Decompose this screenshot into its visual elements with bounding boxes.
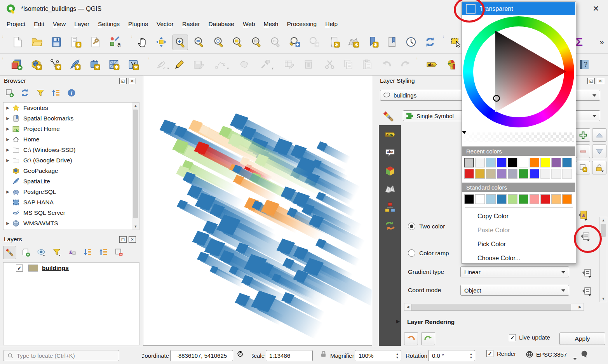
zoom-out-icon[interactable]: [192, 35, 206, 49]
cut-features-icon[interactable]: [322, 57, 337, 72]
menu-web[interactable]: Web: [239, 19, 260, 29]
diagram-toolbar-icon[interactable]: [445, 57, 460, 72]
two-color-radio[interactable]: Two color: [408, 223, 445, 230]
mouse-extent-icon[interactable]: [236, 350, 244, 359]
menu-view[interactable]: View: [49, 19, 70, 29]
coord-mode-combo[interactable]: Object: [460, 285, 569, 296]
filter-browser-icon[interactable]: [34, 87, 47, 99]
zoom-in-icon[interactable]: [172, 35, 188, 50]
save-edits-icon[interactable]: [191, 57, 206, 72]
gradient-type-combo[interactable]: Linear: [460, 266, 569, 277]
browser-item-geopackage[interactable]: GeoPackage: [3, 165, 139, 176]
open-styling-panel-icon[interactable]: [3, 246, 16, 259]
color-swatch[interactable]: [551, 158, 561, 167]
undo-icon[interactable]: [379, 57, 394, 72]
zoom-to-selection-icon[interactable]: [230, 35, 245, 49]
color-swatch[interactable]: [486, 169, 496, 179]
data-defined-override-icon[interactable]: [580, 285, 594, 297]
color-swatch[interactable]: [475, 169, 485, 179]
tab-diagrams[interactable]: [379, 198, 401, 216]
browser-item-c-windows-ssd-[interactable]: ▶C:\ (Windows-SSD): [3, 145, 139, 155]
locate-search-input[interactable]: Type to locate (Ctrl+K): [3, 350, 119, 361]
menu-item-copy-color[interactable]: Copy Color: [462, 209, 576, 223]
menu-settings[interactable]: Settings: [94, 19, 124, 29]
data-defined-override-icon[interactable]: [580, 267, 594, 279]
coordinate-input[interactable]: -8836107, 5410625: [170, 350, 233, 361]
browser-item-sap-hana[interactable]: SAP HANA: [3, 197, 139, 207]
color-swatch[interactable]: [508, 158, 517, 167]
color-swatch[interactable]: [540, 169, 550, 179]
open-project-icon[interactable]: [30, 35, 44, 49]
color-swatch[interactable]: [464, 194, 474, 204]
layer-rendering-label[interactable]: Layer Rendering: [407, 319, 455, 326]
tab-callouts[interactable]: abc: [379, 143, 401, 162]
menu-raster[interactable]: Raster: [178, 19, 204, 29]
color-swatch[interactable]: [551, 194, 561, 204]
properties-info-icon[interactable]: i: [65, 87, 78, 99]
collapse-all-icon[interactable]: [97, 246, 110, 258]
style-manager-icon[interactable]: a: [107, 35, 122, 49]
color-swatch[interactable]: [475, 194, 485, 204]
color-swatch[interactable]: [464, 158, 474, 167]
color-swatch[interactable]: [540, 194, 550, 204]
zoom-last-icon[interactable]: [288, 35, 303, 49]
tab-mesh[interactable]: [379, 180, 401, 198]
alpha-slider[interactable]: [463, 132, 574, 142]
refresh-browser-icon[interactable]: [19, 87, 31, 99]
color-swatch[interactable]: [562, 194, 572, 204]
color-swatch[interactable]: [551, 169, 561, 179]
menu-mesh[interactable]: Mesh: [260, 19, 283, 29]
color-swatch[interactable]: [486, 158, 496, 167]
menu-help[interactable]: Help: [321, 19, 342, 29]
project-properties-icon[interactable]: [88, 35, 103, 49]
color-swatch[interactable]: [530, 158, 539, 167]
layout-manager-icon[interactable]: [346, 35, 361, 49]
collapse-all-icon[interactable]: [50, 87, 62, 99]
zoom-native-icon[interactable]: 1:1: [268, 35, 283, 49]
new-shapefile-icon[interactable]: [48, 57, 63, 72]
color-ramp-radio[interactable]: Color ramp: [408, 249, 449, 257]
color-swatch[interactable]: [530, 169, 539, 179]
menu-vector[interactable]: Vector: [152, 19, 178, 29]
color-swatch[interactable]: [519, 194, 528, 204]
color-swatch[interactable]: [562, 169, 572, 179]
browser-item-postgresql[interactable]: ▶PostgreSQL: [3, 186, 139, 197]
color-swatch[interactable]: [497, 194, 507, 204]
menu-project[interactable]: Project: [2, 19, 30, 29]
render-checkbox[interactable]: ✓: [486, 350, 493, 357]
browser-item-spatial-bookmarks[interactable]: ▶Spatial Bookmarks: [3, 113, 139, 124]
layer-rendering-expand-icon[interactable]: ▶: [396, 319, 400, 324]
live-update-checkbox[interactable]: ✓: [509, 334, 516, 341]
close-icon[interactable]: ✕: [589, 2, 603, 15]
color-swatch[interactable]: [475, 158, 485, 167]
browser-item-wms-wmts[interactable]: ▶WMS/WMTS: [3, 218, 139, 228]
style-redo-button[interactable]: [421, 332, 435, 345]
save-project-icon[interactable]: [49, 35, 64, 49]
data-source-manager-icon[interactable]: [9, 57, 24, 72]
layer-visibility-checkbox[interactable]: ✓: [16, 265, 23, 272]
crs-status[interactable]: EPSG:3857: [525, 350, 567, 359]
remove-layer-icon[interactable]: [113, 246, 125, 258]
menu-edit[interactable]: Edit: [30, 19, 49, 29]
expand-all-icon[interactable]: [82, 246, 94, 258]
lock-symbol-color-button[interactable]: [592, 161, 606, 174]
tab-3d-view[interactable]: [379, 162, 401, 180]
menu-layer[interactable]: Layer: [70, 19, 94, 29]
magnifier-input[interactable]: 100%▲▼: [355, 350, 401, 361]
close-panel-icon[interactable]: ✕: [597, 78, 604, 84]
new-mesh-layer-icon[interactable]: [87, 57, 102, 72]
color-swatch[interactable]: [497, 158, 507, 167]
layer-row-buildings[interactable]: ✓ buildings: [3, 263, 139, 273]
color-swatch[interactable]: [519, 158, 528, 167]
modify-attributes-icon[interactable]: [282, 57, 297, 72]
add-symbol-layer-button[interactable]: [576, 128, 590, 142]
alpha-slider-handle[interactable]: [462, 131, 467, 136]
show-bookmarks-icon[interactable]: [385, 35, 399, 49]
rotation-input[interactable]: 0.0 °▲▼: [428, 350, 475, 361]
new-spatialite-icon[interactable]: [68, 57, 82, 72]
filter-legend-icon[interactable]: [51, 246, 63, 258]
color-swatch[interactable]: [562, 158, 572, 167]
label-toolbar-icon[interactable]: abc: [424, 57, 439, 72]
color-swatch[interactable]: [486, 194, 496, 204]
color-swatch[interactable]: [497, 169, 507, 179]
